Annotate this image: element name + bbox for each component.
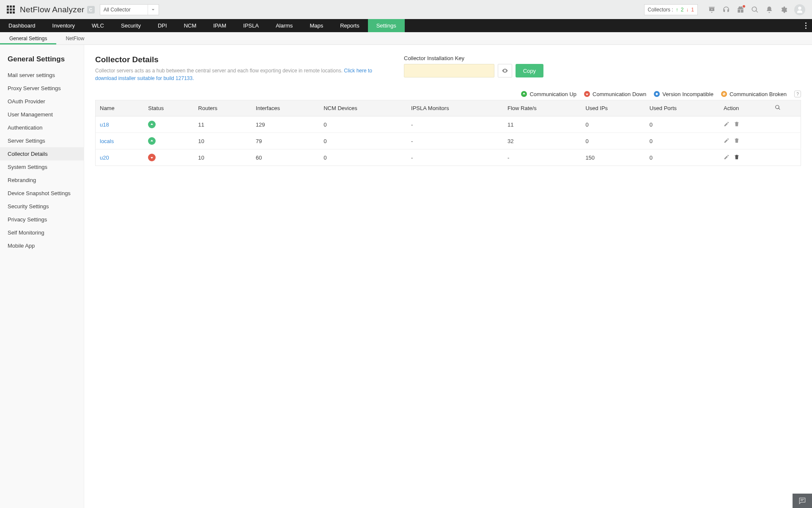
th-search[interactable] <box>771 100 801 116</box>
sidebar-item-security-settings[interactable]: Security Settings <box>0 200 84 213</box>
brand-title: NetFlow Analyzer C <box>20 5 95 14</box>
table-row: u18111290-1100 <box>96 116 801 133</box>
sidebar-item-server-settings[interactable]: Server Settings <box>0 134 84 147</box>
chat-icon[interactable] <box>793 494 812 508</box>
nav-maps[interactable]: Maps <box>301 19 332 32</box>
th-ipsla-monitors: IPSLA Monitors <box>407 100 503 116</box>
collector-name-link[interactable]: u20 <box>100 155 109 161</box>
nav-ncm[interactable]: NCM <box>176 19 205 32</box>
sidebar-item-self-monitoring[interactable]: Self Monitoring <box>0 226 84 239</box>
nav-ipsla[interactable]: IPSLA <box>235 19 267 32</box>
subnav-general-settings[interactable]: General Settings <box>0 32 56 44</box>
delete-icon[interactable] <box>734 121 740 128</box>
sidebar-item-rebranding[interactable]: Rebranding <box>0 174 84 187</box>
status-icon <box>148 121 156 128</box>
legend-inc-label: Version Incompatible <box>662 91 713 97</box>
collectors-up-count: 2 <box>681 7 684 13</box>
presentation-icon[interactable] <box>708 6 716 14</box>
th-action: Action <box>719 100 771 116</box>
user-avatar-icon[interactable] <box>794 4 805 15</box>
legend-inc-icon <box>654 91 660 97</box>
edit-icon[interactable] <box>724 154 730 161</box>
more-icon[interactable] <box>799 19 812 32</box>
bell-icon[interactable] <box>765 6 773 14</box>
nav-security[interactable]: Security <box>112 19 149 32</box>
arrow-up-icon: ↑ <box>676 7 678 13</box>
collector-select[interactable]: All Collector <box>100 4 159 15</box>
sidebar-item-device-snapshot-settings[interactable]: Device Snapshot Settings <box>0 187 84 200</box>
th-flow-rate-s: Flow Rate/s <box>503 100 581 116</box>
nav-dashboard[interactable]: Dashboard <box>0 19 44 32</box>
legend-up-icon <box>521 91 527 97</box>
sub-nav: General SettingsNetFlow <box>0 32 812 45</box>
copy-button[interactable]: Copy <box>516 64 543 77</box>
sidebar-item-collector-details[interactable]: Collector Details <box>0 147 84 160</box>
status-icon <box>148 137 156 145</box>
subnav-netflow[interactable]: NetFlow <box>56 32 93 44</box>
nav-reports[interactable]: Reports <box>332 19 368 32</box>
brand-badge: C <box>87 6 95 14</box>
page-title: Collector Details <box>95 55 391 64</box>
help-icon[interactable]: ? <box>794 91 801 97</box>
sidebar-item-authentication[interactable]: Authentication <box>0 121 84 134</box>
arrow-down-icon: ↓ <box>686 7 689 13</box>
topbar: NetFlow Analyzer C All Collector Collect… <box>0 0 812 19</box>
th-interfaces: Interfaces <box>252 100 319 116</box>
top-icons <box>708 4 805 15</box>
legend-broken-label: Communication Broken <box>730 91 787 97</box>
table-row: u2010600--1500 <box>96 149 801 166</box>
sidebar: General Settings Mail server settingsPro… <box>0 45 84 508</box>
search-icon[interactable] <box>751 6 759 14</box>
key-label: Collector Installation Key <box>404 55 543 61</box>
sidebar-item-privacy-settings[interactable]: Privacy Settings <box>0 213 84 226</box>
gift-icon[interactable] <box>737 6 744 14</box>
legend-up-label: Communication Up <box>529 91 576 97</box>
collector-name-link[interactable]: u18 <box>100 121 109 128</box>
table-row: locals10790-3200 <box>96 133 801 149</box>
edit-icon[interactable] <box>724 121 730 128</box>
legend-down-label: Communication Down <box>593 91 646 97</box>
delete-icon[interactable] <box>734 154 740 161</box>
page-description: Collector servers acts as a hub between … <box>95 67 391 82</box>
gear-icon[interactable] <box>780 6 787 14</box>
th-status: Status <box>144 100 194 116</box>
th-routers: Routers <box>194 100 252 116</box>
sidebar-title: General Settings <box>0 55 84 69</box>
legend-down-icon <box>584 91 590 97</box>
legend-broken-icon <box>721 91 727 97</box>
nav-wlc[interactable]: WLC <box>83 19 112 32</box>
th-name: Name <box>96 100 144 116</box>
delete-icon[interactable] <box>734 138 740 145</box>
collectors-status[interactable]: Collectors : ↑2 ↓1 <box>644 4 698 15</box>
status-icon <box>148 154 156 161</box>
sidebar-item-system-settings[interactable]: System Settings <box>0 160 84 174</box>
th-used-ips: Used IPs <box>581 100 645 116</box>
collector-select-value: All Collector <box>104 7 131 13</box>
collector-name-link[interactable]: locals <box>100 138 114 144</box>
nav-settings[interactable]: Settings <box>368 19 405 32</box>
collector-table: NameStatusRoutersInterfacesNCM DevicesIP… <box>95 100 801 166</box>
apps-icon[interactable] <box>7 6 15 14</box>
eye-icon[interactable] <box>498 64 512 77</box>
edit-icon[interactable] <box>724 138 730 145</box>
nav-inventory[interactable]: Inventory <box>44 19 83 32</box>
legend: Communication Up Communication Down Vers… <box>95 91 801 97</box>
headset-icon[interactable] <box>722 6 730 14</box>
sidebar-item-oauth-provider[interactable]: OAuth Provider <box>0 95 84 108</box>
sidebar-item-user-management[interactable]: User Management <box>0 108 84 121</box>
th-ncm-devices: NCM Devices <box>319 100 407 116</box>
key-input[interactable] <box>404 64 494 77</box>
nav-ipam[interactable]: IPAM <box>205 19 235 32</box>
collectors-status-label: Collectors : <box>648 7 673 13</box>
content: Collector Details Collector servers acts… <box>84 45 812 508</box>
nav-dpi[interactable]: DPI <box>149 19 176 32</box>
notification-dot-icon <box>743 5 745 8</box>
nav-alarms[interactable]: Alarms <box>267 19 301 32</box>
main-nav: DashboardInventoryWLCSecurityDPINCMIPAMI… <box>0 19 812 32</box>
sidebar-item-proxy-server-settings[interactable]: Proxy Server Settings <box>0 82 84 95</box>
sidebar-item-mail-server-settings[interactable]: Mail server settings <box>0 69 84 82</box>
collectors-down-count: 1 <box>691 7 694 13</box>
chevron-down-icon <box>148 5 159 15</box>
th-used-ports: Used Ports <box>645 100 719 116</box>
sidebar-item-mobile-app[interactable]: Mobile App <box>0 239 84 252</box>
